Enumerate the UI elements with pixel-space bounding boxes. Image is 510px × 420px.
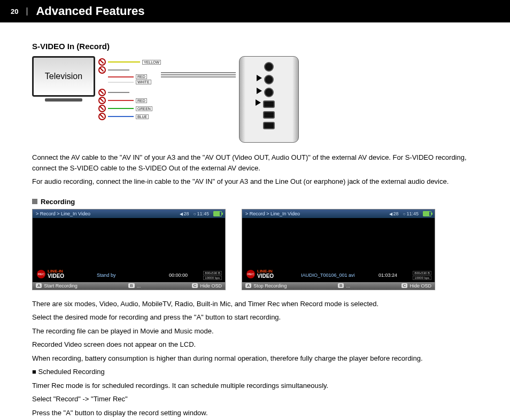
rec-icon: REC [246, 270, 255, 278]
headphone-port-icon [264, 62, 274, 72]
instruction-text: Press the "A" button to display the reco… [32, 408, 478, 418]
softkey-b: B [128, 283, 134, 288]
instruction-text: Timer Rec mode is for scheduled recordin… [32, 380, 478, 391]
instruction-text: There are six modes, Video, Audio, Mobil… [32, 299, 478, 309]
recording-heading: Recording [32, 198, 478, 206]
screenshot-body: REC LINE-INVIDEO Stand by 00:00:00 800x5… [33, 218, 225, 282]
header-bar: 20 Advanced Features [0, 0, 510, 22]
rec-badge: REC LINE-INVIDEO [37, 269, 64, 279]
recording-heading-text: Recording [41, 198, 75, 206]
battery-icon [213, 211, 222, 216]
screenshot-recording: > Record > Line_In Video 28 11:45 REC LI… [242, 209, 435, 290]
av-in-port-icon [264, 88, 274, 97]
recording-screenshots: > Record > Line_In Video 28 11:45 REC LI… [32, 209, 478, 290]
av-in-port-icon [264, 75, 274, 84]
softkey-b-label: ... [346, 283, 350, 289]
instruction-text: When recording, battery consumption is h… [32, 353, 478, 364]
section-title: S-VIDEO In (Record) [32, 42, 478, 51]
encoding-meta: 800x530 B10000 bps [413, 271, 431, 280]
volume-icon: 28 [180, 211, 189, 216]
instruction-text: For audio recording, connect the line-in… [32, 176, 478, 187]
instruction-text: Select "Record" -> "Timer Rec" [32, 394, 478, 405]
breadcrumb: > Record > Line_In Video [36, 211, 90, 216]
wire-label: RED [136, 74, 147, 79]
softkey-a: A [245, 283, 251, 288]
elapsed-time: 01:03:24 [378, 273, 397, 278]
wire-label: BLUE [136, 114, 149, 119]
screenshot-topbar: > Record > Line_In Video 28 11:45 [33, 209, 225, 218]
prohibited-icon [98, 66, 106, 74]
page-number: 20 [11, 7, 27, 15]
screenshot-standby: > Record > Line_In Video 28 11:45 REC LI… [32, 209, 226, 290]
arrow-right-icon [257, 75, 262, 81]
instruction-text: The recording file can be played in Movi… [32, 326, 478, 337]
softkey-bar: AStart Recording B... CHide OSD [33, 282, 225, 290]
instruction-text: ■ Scheduled Recording [32, 367, 478, 377]
rec-badge: REC LINE-INVIDEO [246, 269, 274, 279]
wire-label: RED [136, 98, 147, 103]
wire-label: GREEN [136, 106, 152, 111]
arrow-right-icon [257, 88, 262, 94]
prohibited-icon [98, 58, 106, 66]
softkey-a: A [36, 283, 42, 288]
prohibited-icon [98, 113, 106, 120]
usb-port-icon [263, 111, 275, 119]
instruction-text: Select the desired mode for recording an… [32, 312, 478, 323]
battery-icon [423, 211, 431, 216]
prohibited-icon [98, 97, 106, 104]
clock-icon: 11:45 [403, 211, 419, 216]
wire-label: WHITE [136, 80, 151, 84]
breadcrumb: > Record > Line_In Video [245, 211, 300, 216]
cable-run [161, 56, 236, 77]
softkey-c-label: Hide OSD [200, 283, 222, 289]
television-illustration: Television [32, 56, 95, 102]
volume-icon: 28 [389, 211, 399, 216]
tv-stand [45, 98, 82, 102]
instruction-text: Connect the AV cable to the "AV IN" of y… [32, 152, 478, 173]
tv-screen: Television [32, 56, 95, 97]
status-text: Stand by [97, 273, 116, 278]
arrow-right-icon [256, 99, 261, 106]
rec-icon: REC [37, 270, 45, 278]
encoding-meta: 800x530 B10000 bps [203, 271, 222, 280]
elapsed-time: 00:00:00 [169, 273, 188, 278]
recording-filename: IAUDIO_T00106_001 avi [301, 273, 355, 278]
cable-labels: YELLOW RED WHITE RED GREEN BLUE [98, 58, 161, 120]
prohibited-icon [98, 105, 106, 112]
prohibited-icon [98, 89, 106, 96]
page-content: S-VIDEO In (Record) Television YELLOW RE… [0, 22, 510, 420]
chapter-title: Advanced Features [36, 4, 144, 18]
softkey-b: B [338, 283, 344, 288]
a3-device-side [239, 56, 299, 143]
screenshot-topbar: > Record > Line_In Video 28 11:45 [242, 209, 435, 218]
softkey-b-label: ... [137, 283, 141, 289]
softkey-c-label: Hide OSD [409, 283, 431, 289]
softkey-a-label: Stop Recording [253, 283, 287, 289]
softkey-c: C [401, 283, 408, 288]
instruction-text: Recorded Video screen does not appear on… [32, 339, 478, 350]
clock-icon: 11:45 [194, 211, 209, 216]
usb-port-icon [263, 122, 275, 129]
wire-label: YELLOW [142, 60, 161, 65]
screenshot-body: REC LINE-INVIDEO IAUDIO_T00106_001 avi 0… [242, 218, 435, 282]
square-bullet-icon [32, 199, 37, 204]
softkey-c: C [192, 283, 198, 288]
softkey-a-label: Start Recording [44, 283, 78, 289]
softkey-bar: AStop Recording B... CHide OSD [242, 282, 435, 290]
connection-diagram: Television YELLOW RED WHITE RED GREEN BL… [32, 56, 478, 143]
svideo-port-icon [263, 100, 275, 108]
